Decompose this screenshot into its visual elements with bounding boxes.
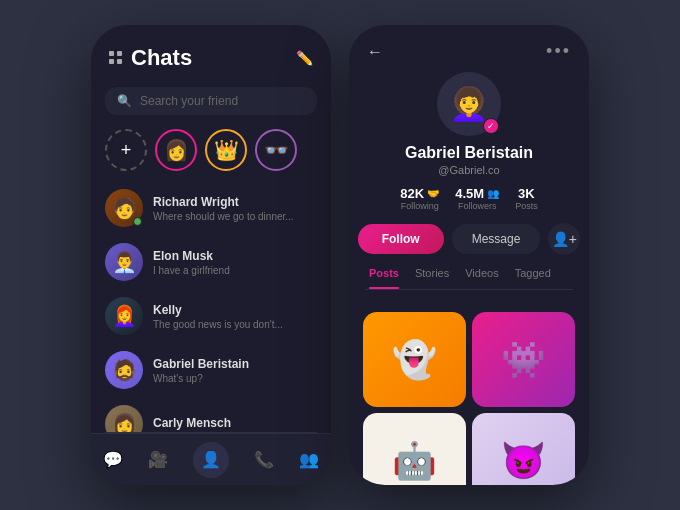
tab-videos[interactable]: Videos <box>465 267 498 283</box>
tab-tagged[interactable]: Tagged <box>515 267 551 283</box>
story-item[interactable]: 👓 <box>255 129 297 171</box>
nav-phone-icon[interactable]: 📞 <box>254 450 274 469</box>
stories-row: + 👩 👑 👓 <box>91 125 331 181</box>
chat-preview: The good news is you don't... <box>153 319 317 330</box>
avatar: 🧔 <box>105 351 143 389</box>
chat-item[interactable]: 👨‍💼 Elon Musk I have a girlfriend <box>91 235 331 289</box>
tab-stories[interactable]: Stories <box>415 267 449 283</box>
profile-header: ← ••• <box>349 25 589 72</box>
more-options-button[interactable]: ••• <box>546 41 571 62</box>
header-left: Chats <box>109 45 192 71</box>
avatar: 🧑 <box>105 189 143 227</box>
chat-name: Kelly <box>153 303 317 317</box>
bottom-nav: 💬 🎥 👤 📞 👥 <box>91 433 331 485</box>
profile-handle: @Gabriel.co <box>438 164 499 176</box>
chat-preview: Where should we go to dinner... <box>153 211 317 222</box>
avatar: 👨‍💼 <box>105 243 143 281</box>
chat-info: Elon Musk I have a girlfriend <box>153 249 317 276</box>
stat-following: 82K 🤝 Following <box>400 186 439 211</box>
post-card[interactable]: 👾 <box>472 312 575 407</box>
post-card[interactable]: 👻 <box>363 312 466 407</box>
post-card[interactable]: 🤖 <box>363 413 466 485</box>
chat-info: Kelly The good news is you don't... <box>153 303 317 330</box>
stats-row: 82K 🤝 Following 4.5M 👥 Followers 3K Post… <box>400 186 537 211</box>
posts-grid: 👻 👾 🤖 😈 <box>349 312 589 485</box>
nav-video-icon[interactable]: 🎥 <box>148 450 168 469</box>
stat-value: 82K 🤝 <box>400 186 439 201</box>
chat-name: Carly Mensch <box>153 416 317 430</box>
search-icon: 🔍 <box>117 94 132 108</box>
chat-preview: I have a girlfriend <box>153 265 317 276</box>
left-phone: Chats ✏️ 🔍 Search your friend + 👩 👑 👓 🧑 <box>91 25 331 485</box>
chat-item[interactable]: 🧔 Gabriel Beristain What's up? <box>91 343 331 397</box>
chat-name: Richard Wright <box>153 195 317 209</box>
chat-name: Gabriel Beristain <box>153 357 317 371</box>
online-indicator <box>133 217 142 226</box>
story-item[interactable]: 👑 <box>205 129 247 171</box>
stat-value: 3K <box>518 186 535 201</box>
chat-info: Gabriel Beristain What's up? <box>153 357 317 384</box>
nav-people-icon[interactable]: 👥 <box>299 450 319 469</box>
story-item[interactable]: 👩 <box>155 129 197 171</box>
message-button[interactable]: Message <box>452 224 541 254</box>
stat-value: 4.5M 👥 <box>455 186 499 201</box>
edit-icon[interactable]: ✏️ <box>296 50 313 66</box>
stat-label: Followers <box>458 201 497 211</box>
nav-profile-icon[interactable]: 👤 <box>193 442 229 478</box>
search-input[interactable]: Search your friend <box>140 94 238 108</box>
chats-header: Chats ✏️ <box>91 25 331 81</box>
right-phone: ← ••• 👩‍🦱 ✓ Gabriel Beristain @Gabriel.c… <box>349 25 589 485</box>
add-story-button[interactable]: + <box>105 129 147 171</box>
page-title: Chats <box>131 45 192 71</box>
chat-preview: What's up? <box>153 373 317 384</box>
chat-info: Carly Mensch <box>153 416 317 432</box>
profile-tabs: Posts Stories Videos Tagged <box>365 267 573 290</box>
chat-item[interactable]: 👩‍🦰 Kelly The good news is you don't... <box>91 289 331 343</box>
stat-label: Following <box>401 201 439 211</box>
chat-item[interactable]: 🧑 Richard Wright Where should we go to d… <box>91 181 331 235</box>
verified-badge: ✓ <box>483 118 499 134</box>
back-button[interactable]: ← <box>367 43 383 61</box>
nav-chat-icon[interactable]: 💬 <box>103 450 123 469</box>
stat-followers: 4.5M 👥 Followers <box>455 186 499 211</box>
chat-name: Elon Musk <box>153 249 317 263</box>
profile-avatar: 👩‍🦱 ✓ <box>437 72 501 136</box>
profile-section: 👩‍🦱 ✓ Gabriel Beristain @Gabriel.co 82K … <box>349 72 589 312</box>
post-card[interactable]: 😈 <box>472 413 575 485</box>
avatar: 👩‍🦰 <box>105 297 143 335</box>
profile-name: Gabriel Beristain <box>405 144 533 162</box>
stat-label: Posts <box>515 201 538 211</box>
grid-icon <box>109 51 123 65</box>
app-container: Chats ✏️ 🔍 Search your friend + 👩 👑 👓 🧑 <box>91 25 589 485</box>
chat-list: 🧑 Richard Wright Where should we go to d… <box>91 181 331 451</box>
stat-posts: 3K Posts <box>515 186 538 211</box>
action-row: Follow Message 👤+ <box>358 223 581 255</box>
add-friend-button[interactable]: 👤+ <box>548 223 580 255</box>
tab-posts[interactable]: Posts <box>369 267 399 283</box>
chat-info: Richard Wright Where should we go to din… <box>153 195 317 222</box>
search-bar[interactable]: 🔍 Search your friend <box>105 87 317 115</box>
follow-button[interactable]: Follow <box>358 224 444 254</box>
